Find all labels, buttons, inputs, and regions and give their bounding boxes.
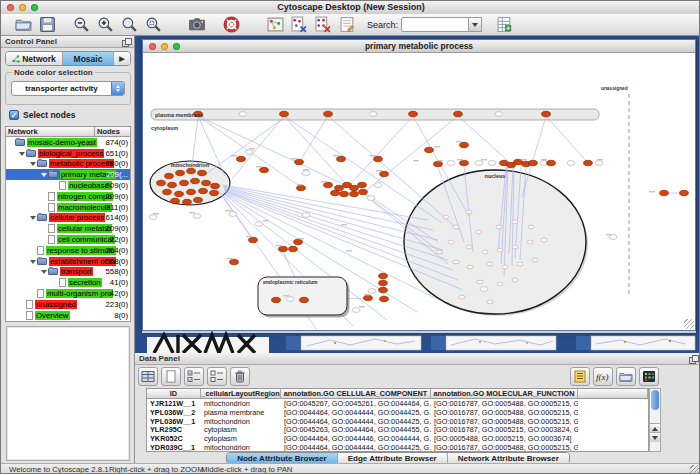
tree-row-nucleobase-[interactable]: nucleobase-209(0) [6, 180, 130, 191]
illegible-node-label [649, 191, 655, 192]
layout-b-button[interactable] [313, 15, 333, 35]
network-view-window[interactable]: primary metabolic process plasma membran… [142, 39, 696, 331]
folder-icon [26, 150, 36, 157]
selected-gene-node [547, 160, 556, 165]
gene-node [443, 215, 449, 219]
illegible-node-label [434, 146, 440, 147]
tree-node-count: 209(0) [105, 224, 128, 233]
zoom-in-button[interactable] [95, 15, 115, 35]
scroll-down-button[interactable] [650, 432, 660, 442]
table-row[interactable]: YPL036W__2plasma membrane[GO:0044464, GO… [147, 408, 648, 417]
table-scrollbar[interactable] [649, 388, 661, 452]
formula-builder-button[interactable]: f(x) [593, 367, 613, 386]
expand-arrow-icon[interactable] [41, 268, 48, 275]
table-row[interactable]: YDR039C__1mitochondrion[GO:0044464, GO:0… [147, 443, 648, 452]
tree-row-mosaic-demo-yeast[interactable]: mosaic-demo-yeast874(0) [6, 137, 130, 148]
tree-row-biological-process[interactable]: biological_process651(0) [6, 148, 130, 159]
tree-row-metabolic-process[interactable]: metabolic process280(0) [6, 159, 130, 170]
delete-attribute-button[interactable] [230, 367, 250, 386]
snapshot-button[interactable] [187, 15, 207, 35]
node-color-dropdown-value: transporter activity [12, 84, 111, 93]
selected-gene-node [340, 191, 349, 196]
selected-gene-node [425, 147, 434, 152]
node-color-dropdown[interactable]: transporter activity [11, 81, 125, 96]
column-header-empty[interactable] [578, 389, 648, 398]
gene-node [369, 112, 377, 117]
search-input[interactable] [401, 17, 469, 32]
illegible-node-label [541, 159, 547, 160]
tree-row-primary-metabo[interactable]: primary metabo209(... [6, 169, 130, 180]
gene-node [487, 262, 493, 266]
tree-header-network[interactable]: Network [6, 127, 95, 136]
zoom-fit-button[interactable] [119, 15, 139, 35]
tree-row-response-to-stimulu[interactable]: response to stimulu264(0) [6, 245, 130, 256]
column-header[interactable]: _cellularLayoutRegion [201, 389, 281, 398]
tree-row-unassigned[interactable]: unassigned223(0) [6, 299, 130, 310]
tree-label: transport [60, 267, 93, 276]
scrollbar-thumb[interactable] [651, 390, 659, 410]
help-button[interactable] [221, 15, 241, 35]
expand-arrow-icon[interactable] [41, 171, 48, 178]
tree-row-establishment-of-lo[interactable]: establishment of lo558(0) [6, 256, 130, 267]
dark-matrix-icon [642, 370, 656, 383]
tree-header-nodes[interactable]: Nodes [95, 127, 130, 136]
table-row[interactable]: YJR121W__1mitochondrion[GO:0045267, GO:0… [147, 399, 648, 408]
expand-arrow-icon[interactable] [30, 160, 37, 167]
table-row[interactable]: YKR052Ccytoplasm[GO:0044464, GO:0044446,… [147, 434, 648, 443]
overview-plugin-button[interactable] [265, 15, 285, 35]
illegible-node-label [227, 258, 233, 259]
tree-row-overview[interactable]: Overview8(0) [6, 310, 130, 321]
zoom-selected-button[interactable] [143, 15, 163, 35]
search-dropdown-button[interactable] [469, 17, 482, 32]
tree-indent [41, 193, 48, 200]
unselect-all-attributes-button[interactable] [207, 367, 227, 386]
expand-arrow-icon[interactable] [30, 214, 37, 221]
select-nodes-checkbox[interactable]: ✓ [9, 110, 19, 120]
select-attributes-button[interactable] [138, 367, 158, 386]
matrix-view-button[interactable] [639, 367, 659, 386]
new-attribute-button[interactable] [161, 367, 181, 386]
column-header[interactable]: annotation.GO CELLULAR_COMPONENT [281, 389, 431, 398]
network-canvas[interactable]: plasma membranecytoplasmmitochondrionnuc… [143, 53, 695, 330]
selected-gene-node [191, 178, 200, 183]
birds-eye-view[interactable] [6, 326, 130, 461]
table-row[interactable]: YPL036W__1mitochondrion[GO:0044464, GO:0… [147, 417, 648, 426]
expand-arrow-icon[interactable] [30, 258, 37, 265]
open-session-button[interactable] [13, 15, 33, 35]
annotation-button[interactable] [337, 15, 357, 35]
tree-header: Network Nodes [5, 126, 131, 137]
app-resize-grip[interactable] [690, 465, 700, 474]
layout-a-button[interactable] [289, 15, 309, 35]
column-header[interactable]: annotation.GO MOLECULAR_FUNCTION [431, 389, 578, 398]
float-panel-icon[interactable] [689, 355, 697, 363]
tab-mosaic[interactable]: Mosaic [63, 52, 114, 65]
import-table-button[interactable] [616, 367, 636, 386]
tree-row-cellular-metabo[interactable]: cellular metabo209(0) [6, 223, 130, 234]
tab-mosaic-label: Mosaic [74, 54, 103, 64]
zoom-out-button[interactable] [71, 15, 91, 35]
network-window-titlebar[interactable]: primary metabolic process [143, 40, 695, 53]
tree-row-cellular-process[interactable]: cellular process614(0) [6, 213, 130, 224]
table-row[interactable]: YLR295Ccytoplasm[GO:0045263, GO:0044464,… [147, 425, 648, 434]
window-resize-grip[interactable] [684, 319, 694, 329]
tree-row-transport[interactable]: transport558(0) [6, 267, 130, 278]
tab-network[interactable]: Network [6, 52, 63, 65]
attribute-list-button[interactable] [570, 367, 590, 386]
tab-overflow-button[interactable]: ▶ [114, 52, 130, 65]
tree-row-macromolecule[interactable]: macromolecule311(0) [6, 202, 130, 213]
float-panel-icon[interactable] [122, 38, 130, 46]
selected-gene-node [409, 111, 418, 116]
select-all-attributes-button[interactable] [184, 367, 204, 386]
network-graph: plasma membranecytoplasmmitochondrionnuc… [143, 53, 695, 330]
column-header[interactable]: ID [147, 389, 201, 398]
tree-row-secretion[interactable]: secretion41(0) [6, 277, 130, 288]
import-attributes-button[interactable] [494, 15, 514, 35]
save-session-button[interactable] [37, 15, 57, 35]
expand-arrow-icon[interactable] [19, 150, 26, 157]
selected-gene-node [454, 111, 463, 116]
app-titlebar: Cytoscape Desktop (New Session) [1, 1, 700, 15]
illegible-node-label [457, 159, 463, 160]
tree-row-cell-communicat[interactable]: cell communicat22(0) [6, 234, 130, 245]
tree-row-nitrogen-compo[interactable]: nitrogen compo209(0) [6, 191, 130, 202]
tree-row-multi-organism-pro[interactable]: multi-organism pro42(0) [6, 288, 130, 299]
